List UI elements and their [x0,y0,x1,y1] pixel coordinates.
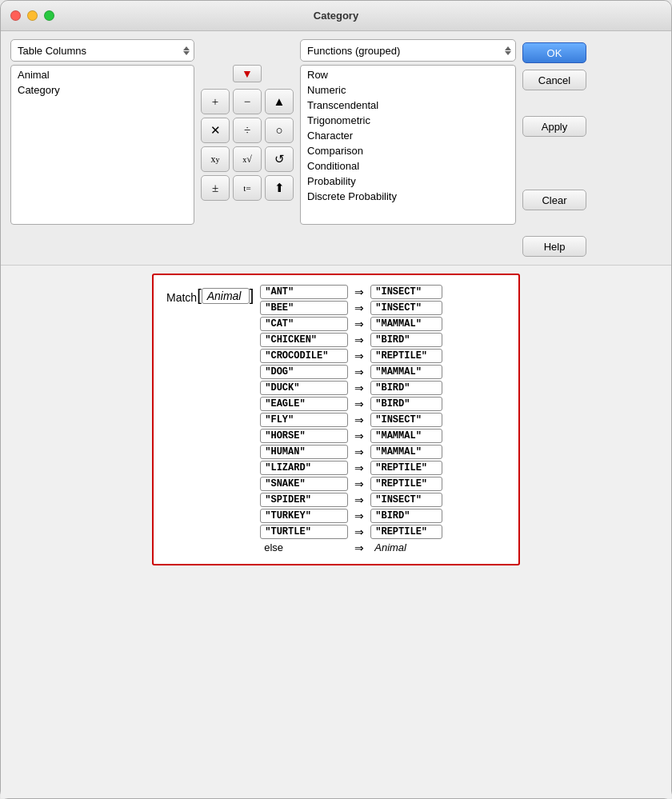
match-value: "REPTILE" [370,349,442,363]
match-value: "BIRD" [370,333,442,347]
close-button[interactable] [10,10,21,21]
match-row: "HUMAN" ⇒ "MAMMAL" [260,445,442,459]
arrow-icon: ⇒ [351,429,367,442]
table-columns-list[interactable]: Animal Category [10,65,194,225]
main-window: Category Table Columns Animal Category [0,0,672,799]
root-button[interactable]: x√ [233,146,262,172]
arrow-icon: ⇒ [351,350,367,362]
window-controls [10,10,54,21]
arrow-icon: ⇒ [351,302,367,314]
power-button[interactable]: xy [201,146,230,172]
match-key: "DUCK" [260,381,348,395]
bigup-button[interactable]: ⬆ [265,175,294,201]
list-item[interactable]: Row [301,67,515,82]
match-row: "DOG" ⇒ "MAMMAL" [260,365,442,379]
list-item[interactable]: Category [11,82,194,98]
cancel-button[interactable]: Cancel [522,70,586,90]
match-row: "SPIDER" ⇒ "INSECT" [260,493,442,507]
multiply-button[interactable]: ✕ [201,118,230,143]
functions-list[interactable]: Row Numeric Transcendental Trigonometric… [300,65,516,225]
match-value: "BIRD" [370,381,442,395]
match-key: "BEE" [260,301,348,315]
operators-grid: + − ▲ ✕ ÷ ○ xy x√ ↺ ± t= ⬆ [201,89,294,201]
match-row: "TURKEY" ⇒ "BIRD" [260,509,442,523]
arrow-icon: ⇒ [351,445,367,458]
table-columns-select[interactable]: Table Columns [10,39,194,62]
match-row: "TURTLE" ⇒ "REPTILE" [260,525,442,539]
list-item[interactable]: Comparison [301,143,515,158]
match-key: "SPIDER" [260,493,348,507]
list-item[interactable]: Numeric [301,82,515,98]
list-item[interactable]: Discrete Probability [301,189,515,204]
clear-button[interactable]: Clear [522,190,586,210]
animal-variable[interactable]: Animal [202,288,250,304]
arrow-icon: ⇒ [351,413,367,426]
match-key: "ANT" [260,285,348,299]
match-key: "FLY" [260,413,348,427]
match-key: "LIZARD" [260,461,348,475]
titlebar: Category [1,1,671,31]
top-section: Table Columns Animal Category ▼ + [1,31,671,265]
match-row: "CAT" ⇒ "MAMMAL" [260,317,442,331]
red-arrow-icon: ▼ [242,67,253,80]
arrow-icon: ⇒ [351,477,367,490]
match-label: Match [166,288,197,304]
apply-button[interactable]: Apply [522,116,586,137]
match-value: "BIRD" [370,397,442,411]
match-value: "MAMMAL" [370,365,442,379]
minimize-button[interactable] [27,10,38,21]
equals-button[interactable]: t= [233,175,262,201]
left-panel: Table Columns Animal Category [10,39,194,225]
match-row: "ANT" ⇒ "INSECT" [260,285,442,299]
match-row: "LIZARD" ⇒ "REPTILE" [260,461,442,475]
match-key: "CAT" [260,317,348,331]
match-row: "SNAKE" ⇒ "REPTILE" [260,477,442,491]
table-columns-wrapper: Table Columns [10,39,194,62]
match-table: "ANT" ⇒ "INSECT" "BEE" ⇒ "INSECT" "CAT" … [260,285,442,554]
arrow-icon: ⇒ [351,398,367,410]
arrow-icon: ⇒ [351,318,367,330]
match-key: "HUMAN" [260,445,348,459]
match-value: "INSECT" [370,413,442,427]
minus-button[interactable]: − [233,89,262,114]
functions-select[interactable]: Functions (grouped) [300,39,516,62]
match-expression: Match [ Animal ] [166,285,254,304]
list-item[interactable]: Probability [301,174,515,189]
match-value: "INSECT" [370,493,442,507]
refresh-button[interactable]: ↺ [265,146,294,172]
arrow-icon: ⇒ [351,366,367,378]
arrow-icon: ⇒ [351,509,367,522]
list-item[interactable]: Conditional [301,158,515,174]
red-arrow-button[interactable]: ▼ [233,65,262,82]
list-item[interactable]: Character [301,128,515,143]
circle-button[interactable]: ○ [265,118,294,143]
arrow-icon: ⇒ [351,382,367,394]
match-key: "CHICKEN" [260,333,348,347]
match-value: "REPTILE" [370,525,442,539]
ok-button[interactable]: OK [522,42,586,63]
match-value: "INSECT" [370,285,442,299]
match-row: "FLY" ⇒ "INSECT" [260,413,442,427]
divide-button[interactable]: ÷ [233,118,262,143]
match-value: "BIRD" [370,509,442,523]
arrow-icon: ⇒ [351,461,367,474]
match-key: "DOG" [260,365,348,379]
list-item[interactable]: Transcendental [301,98,515,113]
list-item[interactable]: Trigonometric [301,113,515,128]
match-value: "MAMMAL" [370,445,442,459]
match-value: "INSECT" [370,301,442,315]
middle-panel: ▼ + − ▲ ✕ ÷ ○ xy x√ ↺ ± t= ⬆ [201,39,294,201]
list-item[interactable]: Animal [11,67,194,82]
arrow-icon: ⇒ [351,493,367,506]
maximize-button[interactable] [44,10,54,21]
match-row: "DUCK" ⇒ "BIRD" [260,381,442,395]
help-button[interactable]: Help [522,236,586,257]
arrow-icon: ⇒ [351,286,367,298]
bracket-right: ] [250,287,254,303]
up-button[interactable]: ▲ [265,89,294,114]
bracket-left: [ [197,287,202,303]
action-buttons: OK Cancel Apply Clear Help [522,39,586,257]
plus-button[interactable]: + [201,89,230,114]
formula-box: Match [ Animal ] "ANT" ⇒ "INSECT" "BEE" … [152,274,520,565]
plusminus-button[interactable]: ± [201,175,230,201]
